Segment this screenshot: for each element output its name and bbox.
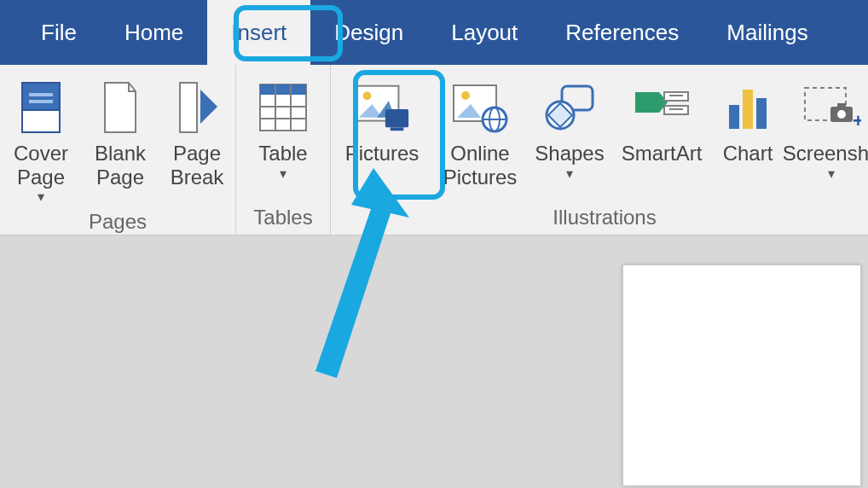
tab-references[interactable]: References [541,0,703,65]
cover-page-icon [11,73,71,142]
tab-design[interactable]: Design [310,0,427,65]
screenshot-icon: + [801,73,861,142]
document-page[interactable] [622,264,861,486]
tab-file-label: File [41,20,77,46]
group-tables-label: Tables [236,202,330,231]
group-tables: Table ▾ Tables [236,65,331,235]
blank-page-button[interactable]: BlankPage [82,70,159,206]
chart-button[interactable]: Chart [711,70,784,202]
pictures-button[interactable]: Pictures [331,70,433,202]
svg-rect-2 [29,100,53,103]
shapes-label: Shapes [535,142,604,166]
tab-layout-label: Layout [451,20,518,46]
online-pictures-button[interactable]: OnlinePictures [433,70,527,202]
screenshot-button[interactable]: + Screensho ▾ [784,70,868,202]
pictures-label: Pictures [345,142,420,166]
tab-mailings[interactable]: Mailings [703,0,831,65]
group-pages: CoverPage ▾ BlankPage [0,65,236,235]
tab-design-label: Design [334,20,403,46]
chevron-down-icon: ▾ [566,166,573,182]
svg-rect-28 [756,98,767,129]
page-break-label: PageBreak [171,142,224,189]
smartart-label: SmartArt [622,142,703,166]
page-break-icon [167,73,227,142]
svg-rect-27 [743,90,753,129]
svg-rect-3 [22,110,60,132]
group-illustrations: Pictures OnlinePictures [331,65,868,235]
chart-icon [718,73,778,142]
chart-label: Chart [723,142,773,166]
tab-home-label: Home [124,20,183,46]
ribbon: CoverPage ▾ BlankPage [0,65,868,235]
svg-rect-14 [391,127,404,131]
svg-point-32 [837,110,846,119]
svg-rect-4 [180,83,197,132]
online-pictures-icon [450,73,510,142]
group-illustrations-label: Illustrations [331,202,868,231]
pictures-icon [352,73,412,142]
cover-page-button[interactable]: CoverPage ▾ [0,70,82,206]
svg-rect-26 [729,105,739,129]
svg-rect-31 [837,103,846,108]
chevron-down-icon: ▾ [280,166,286,182]
group-pages-label: Pages [0,206,235,235]
online-pictures-label: OnlinePictures [443,142,518,189]
tab-bar: File Home Insert Design Layout Reference… [0,0,868,65]
tab-file[interactable]: File [17,0,101,65]
page-break-button[interactable]: PageBreak [159,70,235,206]
svg-point-16 [461,91,470,100]
tab-references-label: References [565,20,679,46]
svg-point-12 [363,92,372,101]
svg-rect-13 [385,109,408,127]
screenshot-label: Screensho [783,142,868,166]
shapes-icon [540,73,599,142]
tab-layout[interactable]: Layout [427,0,541,65]
chevron-down-icon: ▾ [828,166,835,182]
tab-insert-label: Insert [231,20,286,46]
tab-insert[interactable]: Insert [207,0,310,65]
tab-home[interactable]: Home [101,0,207,65]
smartart-icon [632,73,692,142]
table-icon [253,73,313,142]
table-button[interactable]: Table ▾ [236,70,330,202]
tab-mailings-label: Mailings [726,20,807,46]
shapes-button[interactable]: Shapes ▾ [527,70,612,202]
blank-page-label: BlankPage [95,142,146,189]
table-label: Table [258,142,307,166]
chevron-down-icon: ▾ [38,189,44,205]
smartart-button[interactable]: SmartArt [612,70,711,202]
svg-rect-1 [29,93,53,96]
svg-rect-6 [260,84,306,95]
cover-page-label: CoverPage [14,142,68,189]
svg-text:+: + [853,110,861,131]
blank-page-icon [90,73,150,142]
